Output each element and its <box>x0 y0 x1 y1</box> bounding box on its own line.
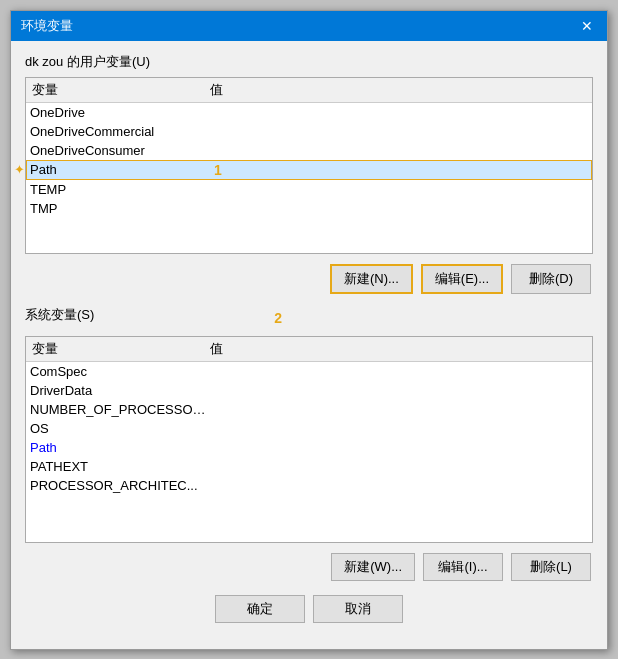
system-variables-table: 变量 值 ComSpec DriverData <box>25 336 593 543</box>
user-table-rows: OneDrive OneDriveCommercial OneDriveCons… <box>26 103 592 253</box>
row-val-label <box>210 459 588 474</box>
system-variables-section: 系统变量(S) 2 变量 值 ComSpec DriverData <box>25 306 593 581</box>
table-row[interactable]: OneDriveCommercial <box>26 122 592 141</box>
table-row[interactable]: OneDrive <box>26 103 592 122</box>
row-var-label: OneDrive <box>30 105 210 120</box>
table-row[interactable]: OneDriveConsumer <box>26 141 592 160</box>
user-val-col-header: 值 <box>210 81 588 99</box>
table-row-path-system[interactable]: Path <box>26 438 592 457</box>
system-buttons-row: 新建(W)... 编辑(I)... 删除(L) <box>25 553 593 581</box>
environment-variables-dialog: 环境变量 ✕ dk zou 的用户变量(U) 变量 值 OneDrive <box>10 10 608 650</box>
system-val-col-header: 值 <box>210 340 588 358</box>
system-table-rows[interactable]: ComSpec DriverData NUMBER_OF_PROCESSORS <box>26 362 592 542</box>
row-val-label <box>210 182 588 197</box>
row-val-label <box>210 478 588 493</box>
user-variables-table: 变量 值 OneDrive OneDriveCommercial <box>25 77 593 254</box>
table-row[interactable]: PROCESSOR_ARCHITEC... <box>26 476 592 495</box>
row-val-label <box>210 364 588 379</box>
system-new-button[interactable]: 新建(W)... <box>331 553 415 581</box>
user-table-header: 变量 值 <box>26 78 592 103</box>
system-edit-button[interactable]: 编辑(I)... <box>423 553 503 581</box>
ok-button[interactable]: 确定 <box>215 595 305 623</box>
user-section-title: dk zou 的用户变量(U) <box>25 53 593 71</box>
row-var-label: Path <box>30 162 210 178</box>
footer-buttons-row: 确定 取消 <box>25 595 593 633</box>
dialog-title: 环境变量 <box>21 17 73 35</box>
table-row[interactable]: DriverData <box>26 381 592 400</box>
table-row[interactable]: ComSpec <box>26 362 592 381</box>
user-var-col-header: 变量 <box>30 81 210 99</box>
badge-1: 1 <box>214 162 222 178</box>
row-var-label: PROCESSOR_ARCHITEC... <box>30 478 210 493</box>
row-var-label: TMP <box>30 201 210 216</box>
dialog-body: dk zou 的用户变量(U) 变量 值 OneDrive OneDriveCo… <box>11 41 607 645</box>
row-val-label <box>210 402 588 417</box>
row-var-label: DriverData <box>30 383 210 398</box>
user-new-button[interactable]: 新建(N)... <box>330 264 413 294</box>
row-val-label <box>210 105 588 120</box>
row-var-label: OneDriveConsumer <box>30 143 210 158</box>
user-edit-button[interactable]: 编辑(E)... <box>421 264 503 294</box>
row-val-label <box>222 162 588 178</box>
system-table-header: 变量 值 <box>26 337 592 362</box>
cancel-button[interactable]: 取消 <box>313 595 403 623</box>
row-val-label <box>210 201 588 216</box>
table-row[interactable]: TMP <box>26 199 592 218</box>
row-val-label <box>210 421 588 436</box>
user-buttons-row: 新建(N)... 编辑(E)... 删除(D) <box>25 264 593 294</box>
table-row[interactable]: NUMBER_OF_PROCESSORS <box>26 400 592 419</box>
row-var-label: Path <box>30 440 210 455</box>
table-row-path-selected[interactable]: ✦ Path 1 <box>26 160 592 180</box>
user-variables-section: dk zou 的用户变量(U) 变量 值 OneDrive OneDriveCo… <box>25 53 593 294</box>
system-delete-button[interactable]: 删除(L) <box>511 553 591 581</box>
table-row[interactable]: TEMP <box>26 180 592 199</box>
system-var-col-header: 变量 <box>30 340 210 358</box>
title-bar: 环境变量 ✕ <box>11 11 607 41</box>
table-row[interactable]: OS <box>26 419 592 438</box>
row-val-label <box>210 143 588 158</box>
row-var-label: NUMBER_OF_PROCESSORS <box>30 402 210 417</box>
row-val-label <box>210 383 588 398</box>
badge-2: 2 <box>274 310 282 326</box>
user-delete-button[interactable]: 删除(D) <box>511 264 591 294</box>
row-var-label: OS <box>30 421 210 436</box>
close-button[interactable]: ✕ <box>577 19 597 33</box>
row-val-label <box>210 440 588 455</box>
row-var-label: ComSpec <box>30 364 210 379</box>
row-var-label: TEMP <box>30 182 210 197</box>
row-var-label: OneDriveCommercial <box>30 124 210 139</box>
row-val-label <box>210 124 588 139</box>
table-row[interactable]: PATHEXT <box>26 457 592 476</box>
system-section-title: 系统变量(S) <box>25 306 94 324</box>
star-icon: ✦ <box>14 162 25 177</box>
row-var-label: PATHEXT <box>30 459 210 474</box>
